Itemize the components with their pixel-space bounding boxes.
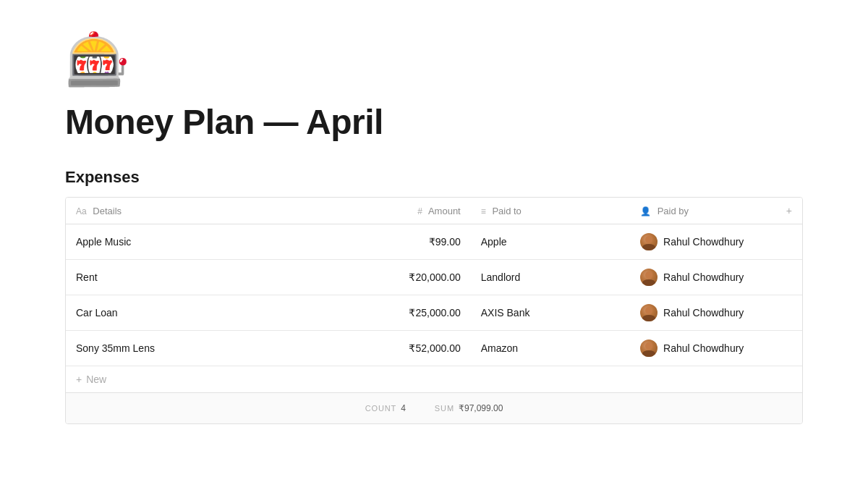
table-row[interactable]: Sony 35mm Lens₹52,000.00AmazonRahul Chow… [66,331,802,366]
col-header-paid-by[interactable]: 👤 Paid by [630,198,776,224]
avatar [640,269,658,286]
cell-amount[interactable]: ₹99.00 [340,224,471,260]
table-header-row: Aa Details # Amount ≡ Paid to 👤 Paid by [66,198,802,224]
table-row[interactable]: Apple Music₹99.00AppleRahul Chowdhury [66,224,802,260]
cell-add [776,224,802,260]
avatar [640,340,658,357]
table-footer: COUNT 4 SUM ₹97,099.00 [66,392,802,423]
page-container: 🎰 Money Plan — April Expenses Aa Details… [22,0,846,453]
avatar [640,233,658,250]
page-title: Money Plan — April [65,102,803,142]
new-row[interactable]: +New [66,366,802,393]
cell-add [776,331,802,366]
cell-paid-to[interactable]: AXIS Bank [471,295,630,331]
new-row-label[interactable]: New [86,374,106,385]
sum-value: ₹97,099.00 [459,403,503,413]
cell-paid-by[interactable]: Rahul Chowdhury [630,224,776,260]
cell-details[interactable]: Car Loan [66,295,340,331]
table-row[interactable]: Rent₹20,000.00LandlordRahul Chowdhury [66,260,802,295]
paid-by-icon: 👤 [640,206,651,216]
sum-label: SUM [435,404,454,413]
cell-paid-by[interactable]: Rahul Chowdhury [630,331,776,366]
cell-details[interactable]: Sony 35mm Lens [66,331,340,366]
cell-details[interactable]: Apple Music [66,224,340,260]
count-stat: COUNT 4 [365,403,406,413]
amount-icon: # [417,206,422,216]
cell-details[interactable]: Rent [66,260,340,295]
count-value: 4 [401,403,406,413]
sum-stat: SUM ₹97,099.00 [435,403,503,413]
cell-paid-to[interactable]: Apple [471,224,630,260]
cell-paid-to[interactable]: Landlord [471,260,630,295]
cell-paid-by[interactable]: Rahul Chowdhury [630,260,776,295]
expenses-table: Aa Details # Amount ≡ Paid to 👤 Paid by [65,197,803,424]
paid-by-name: Rahul Chowdhury [663,236,744,248]
add-column-icon[interactable]: + [786,205,792,216]
col-header-add[interactable]: + [776,198,802,224]
col-header-paid-to[interactable]: ≡ Paid to [471,198,630,224]
paid-to-icon: ≡ [481,206,486,216]
col-header-details[interactable]: Aa Details [66,198,340,224]
cell-paid-by[interactable]: Rahul Chowdhury [630,295,776,331]
cell-paid-to[interactable]: Amazon [471,331,630,366]
cell-amount[interactable]: ₹20,000.00 [340,260,471,295]
cell-add [776,295,802,331]
cell-amount[interactable]: ₹52,000.00 [340,331,471,366]
paid-by-name: Rahul Chowdhury [663,342,744,354]
table-row[interactable]: Car Loan₹25,000.00AXIS BankRahul Chowdhu… [66,295,802,331]
paid-by-name: Rahul Chowdhury [663,271,744,283]
new-row-plus-icon: + [76,374,82,385]
col-header-amount[interactable]: # Amount [340,198,471,224]
details-icon: Aa [76,206,87,216]
paid-by-name: Rahul Chowdhury [663,307,744,319]
count-label: COUNT [365,404,397,413]
avatar [640,304,658,321]
cell-add [776,260,802,295]
new-row-cell[interactable]: +New [66,366,802,393]
cell-amount[interactable]: ₹25,000.00 [340,295,471,331]
page-icon: 🎰 [65,29,803,90]
section-title: Expenses [65,168,803,187]
